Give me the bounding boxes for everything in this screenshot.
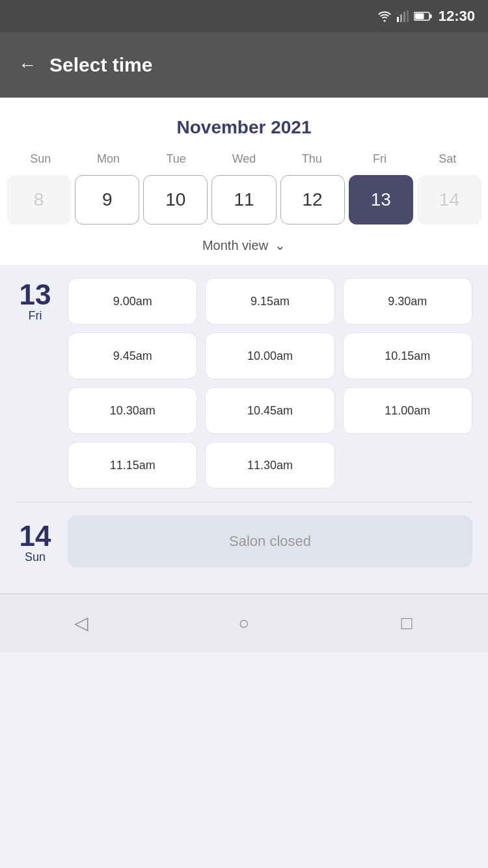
time-slot-900[interactable]: 9.00am <box>68 278 197 325</box>
day-header-thu: Thu <box>278 148 346 170</box>
status-time: 12:30 <box>439 8 475 25</box>
date-label-13: 13 Fri <box>16 278 55 489</box>
status-icons <box>377 10 432 22</box>
nav-home-button[interactable]: ○ <box>224 604 264 643</box>
time-slot-1115[interactable]: 11.15am <box>68 442 197 489</box>
date-number-13: 13 <box>20 280 51 309</box>
chevron-down-icon: ⌄ <box>275 237 286 253</box>
svg-rect-3 <box>407 10 409 22</box>
nav-back-icon: ◁ <box>74 612 88 634</box>
slots-section: 13 Fri 9.00am 9.15am 9.30am 9.45am 10.00… <box>0 265 488 593</box>
day-12[interactable]: 12 <box>280 175 345 224</box>
time-slot-1100[interactable]: 11.00am <box>343 387 472 434</box>
time-slot-1045[interactable]: 10.45am <box>205 387 334 434</box>
nav-back-button[interactable]: ◁ <box>62 604 101 643</box>
bottom-nav: ◁ ○ □ <box>0 593 488 652</box>
day-10[interactable]: 10 <box>143 175 208 224</box>
svg-rect-5 <box>414 14 424 20</box>
day-14[interactable]: 14 <box>417 175 481 224</box>
wifi-icon <box>377 10 392 22</box>
day-header-wed: Wed <box>210 148 278 170</box>
page-title: Select time <box>49 54 152 76</box>
svg-rect-2 <box>403 12 405 22</box>
app-header: ← Select time <box>0 33 488 98</box>
back-icon: ← <box>18 55 36 75</box>
day-8[interactable]: 8 <box>7 175 71 224</box>
svg-rect-6 <box>429 14 431 18</box>
date-day-14: Sun <box>25 550 46 564</box>
date-label-14: 14 Sun <box>16 519 55 564</box>
svg-rect-1 <box>400 14 402 22</box>
day-header-fri: Fri <box>346 148 413 170</box>
svg-rect-0 <box>397 17 399 22</box>
day-header-sat: Sat <box>414 148 481 170</box>
date-day-13: Fri <box>29 309 42 323</box>
time-slot-1030[interactable]: 10.30am <box>68 387 197 434</box>
day-header-sun: Sun <box>7 148 74 170</box>
nav-recent-button[interactable]: □ <box>387 604 426 643</box>
date-block-13: 13 Fri 9.00am 9.15am 9.30am 9.45am 10.00… <box>16 278 472 489</box>
time-slot-915[interactable]: 9.15am <box>205 278 334 325</box>
calendar-section: November 2021 Sun Mon Tue Wed Thu Fri Sa… <box>0 98 488 265</box>
time-slot-1130[interactable]: 11.30am <box>205 442 334 489</box>
month-title: November 2021 <box>0 111 488 148</box>
month-view-label: Month view <box>202 238 268 253</box>
slots-grid-13: 9.00am 9.15am 9.30am 9.45am 10.00am 10.1… <box>68 278 472 489</box>
time-slot-1015[interactable]: 10.15am <box>343 332 472 379</box>
signal-icon <box>397 10 409 22</box>
day-13[interactable]: 13 <box>349 175 413 224</box>
day-11[interactable]: 11 <box>211 175 276 224</box>
week-row: 8 9 10 11 12 13 14 <box>0 170 488 230</box>
date-block-14: 14 Sun Salon closed <box>16 515 472 567</box>
month-view-toggle[interactable]: Month view ⌄ <box>0 230 488 265</box>
day-header-tue: Tue <box>142 148 210 170</box>
nav-home-icon: ○ <box>239 613 250 634</box>
day-headers: Sun Mon Tue Wed Thu Fri Sat <box>0 148 488 170</box>
day-9[interactable]: 9 <box>75 175 139 224</box>
time-slot-945[interactable]: 9.45am <box>68 332 197 379</box>
day-header-mon: Mon <box>74 148 142 170</box>
salon-closed-label: Salon closed <box>68 515 472 567</box>
section-divider <box>16 502 472 502</box>
battery-icon <box>414 11 432 21</box>
time-slot-1000[interactable]: 10.00am <box>205 332 334 379</box>
date-number-14: 14 <box>20 522 51 550</box>
status-bar: 12:30 <box>0 0 488 33</box>
time-slot-930[interactable]: 9.30am <box>343 278 472 325</box>
nav-recent-icon: □ <box>401 613 413 634</box>
back-button[interactable]: ← <box>18 55 36 75</box>
